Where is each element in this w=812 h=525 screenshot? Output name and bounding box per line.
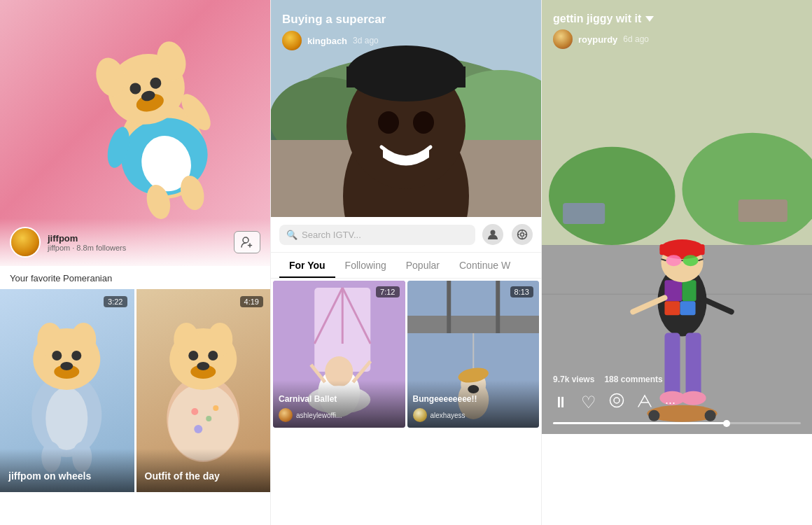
svg-point-50 — [491, 230, 496, 235]
svg-point-31 — [213, 405, 218, 411]
svg-rect-86 — [664, 301, 680, 315]
tab-following[interactable]: Following — [335, 253, 396, 278]
comments-stat: 188 comments — [604, 374, 662, 384]
thumb-2-time: 4:19 — [240, 296, 263, 307]
middle-panel: Buying a supercar kingbach 3d ago 🔍 Sear… — [271, 0, 542, 525]
thumb-1-label: jiffpom on wheels — [0, 449, 134, 492]
right-panel: gettin jiggy wit it roypurdy 6d ago 9.7k… — [542, 0, 812, 525]
settings-icon[interactable] — [512, 224, 533, 245]
middle-hero-overlay: Buying a supercar kingbach 3d ago — [271, 0, 541, 56]
grid-1-title: Carnival Ballet — [279, 394, 400, 404]
grid-2-meta: alexhayess — [413, 408, 534, 422]
svg-point-106 — [614, 398, 620, 403]
svg-point-92 — [683, 255, 699, 266]
profile-name: jiffpom — [48, 233, 126, 244]
left-hero-image: jiffpom jiffpom · 8.8m followers — [0, 0, 270, 266]
search-placeholder-text: Search IGTV... — [302, 230, 361, 240]
svg-point-36 — [208, 351, 218, 360]
follow-button[interactable] — [234, 231, 260, 253]
svg-point-30 — [194, 425, 202, 433]
right-author-name: roypurdy — [578, 34, 617, 45]
middle-video-title: Buying a supercar — [282, 13, 530, 27]
left-thumbnails: 3:22 jiffpom on wheels 4 — [0, 289, 270, 492]
right-video-title: gettin jiggy wit it — [553, 13, 801, 25]
svg-point-38 — [197, 362, 209, 370]
tab-continue[interactable]: Continue W — [449, 253, 520, 278]
search-icon: 🔍 — [286, 230, 298, 240]
profile-icon[interactable] — [482, 224, 503, 245]
grid-2-username: alexhayess — [430, 412, 465, 419]
left-profile-bar: jiffpom jiffpom · 8.8m followers — [0, 218, 270, 266]
svg-point-77 — [549, 147, 675, 245]
svg-point-21 — [71, 351, 81, 360]
more-button[interactable]: ··· — [665, 396, 676, 410]
svg-rect-79 — [563, 203, 605, 224]
comment-button[interactable] — [609, 393, 624, 412]
middle-author-avatar — [282, 31, 302, 50]
svg-point-23 — [60, 362, 73, 370]
progress-bar[interactable] — [553, 422, 801, 424]
svg-rect-90 — [659, 244, 704, 255]
grid-2-title: Bungeeeeeeee!! — [413, 394, 534, 404]
svg-point-51 — [521, 233, 524, 237]
middle-video-grid: 7:12 Carnival Ballet ashleylewoffi... — [271, 279, 541, 428]
svg-point-46 — [378, 111, 399, 134]
thumbnail-1[interactable]: 3:22 jiffpom on wheels — [0, 289, 134, 492]
svg-rect-80 — [738, 200, 788, 222]
svg-rect-49 — [346, 66, 465, 88]
tab-for-you[interactable]: For You — [279, 253, 335, 278]
views-stat: 9.7k views — [553, 374, 594, 384]
thumb-2-label: Outfit of the day — [136, 449, 271, 492]
profile-followers: jiffpom · 8.8m followers — [48, 244, 126, 252]
avatar — [10, 227, 41, 258]
profile-text: jiffpom jiffpom · 8.8m followers — [48, 233, 126, 252]
right-video-meta: roypurdy 6d ago — [553, 29, 801, 49]
svg-point-16 — [46, 387, 88, 450]
svg-point-28 — [191, 408, 198, 415]
middle-tabs: For You Following Popular Continue W — [271, 253, 541, 279]
svg-rect-68 — [407, 316, 540, 333]
progress-dot[interactable] — [723, 420, 730, 427]
middle-hero-video[interactable]: Buying a supercar kingbach 3d ago — [271, 0, 541, 217]
right-hero-overlay: gettin jiggy wit it roypurdy 6d ago — [542, 0, 812, 55]
svg-rect-87 — [680, 301, 696, 315]
middle-video-meta: kingbach 3d ago — [282, 31, 530, 50]
grid-2-time: 8:13 — [510, 286, 533, 298]
grid-1-meta: ashleylewoffi... — [279, 408, 400, 422]
tab-popular[interactable]: Popular — [396, 253, 449, 278]
left-panel: jiffpom jiffpom · 8.8m followers Your fa… — [0, 0, 271, 525]
right-hero-video[interactable]: gettin jiggy wit it roypurdy 6d ago 9.7k… — [542, 0, 812, 434]
search-icons — [482, 224, 533, 245]
like-button[interactable]: ♡ — [581, 393, 596, 412]
grid-1-username: ashleylewoffi... — [296, 412, 342, 419]
right-author-avatar — [553, 29, 573, 49]
share-button[interactable] — [637, 393, 652, 412]
svg-point-35 — [188, 351, 198, 360]
grid-1-footer: Carnival Ballet ashleylewoffi... — [273, 380, 405, 428]
left-caption: Your favorite Pomeranian — [0, 266, 270, 289]
profile-info: jiffpom jiffpom · 8.8m followers — [10, 227, 126, 258]
thumb-1-time: 3:22 — [104, 296, 127, 307]
grid-2-footer: Bungeeeeeeee!! alexhayess — [407, 380, 540, 428]
thumbnail-2[interactable]: 4:19 Outfit of the day — [136, 289, 271, 492]
right-video-stats: 9.7k views 188 comments — [553, 374, 801, 384]
play-pause-button[interactable]: ⏸ — [553, 393, 568, 412]
right-video-controls: 9.7k views 188 comments ⏸ ♡ — [542, 365, 812, 434]
svg-point-29 — [206, 416, 211, 421]
grid-item-2[interactable]: 8:13 Bungeeeeeeee!! alexhayess — [407, 281, 540, 428]
svg-point-105 — [610, 394, 624, 407]
svg-point-91 — [666, 255, 681, 266]
svg-rect-85 — [682, 280, 696, 301]
search-input-wrap[interactable]: 🔍 Search IGTV... — [279, 225, 475, 245]
right-action-bar: ⏸ ♡ ··· — [553, 393, 801, 412]
middle-search-bar: 🔍 Search IGTV... — [271, 217, 541, 253]
grid-item-1[interactable]: 7:12 Carnival Ballet ashleylewoffi... — [273, 281, 405, 428]
grid-1-time: 7:12 — [376, 286, 399, 298]
grid-2-avatar — [413, 408, 427, 422]
svg-point-47 — [413, 111, 434, 134]
right-post-time: 6d ago — [623, 34, 649, 44]
grid-1-avatar — [279, 408, 293, 422]
svg-point-20 — [52, 351, 62, 360]
svg-point-14 — [243, 237, 248, 243]
middle-post-time: 3d ago — [353, 36, 379, 46]
